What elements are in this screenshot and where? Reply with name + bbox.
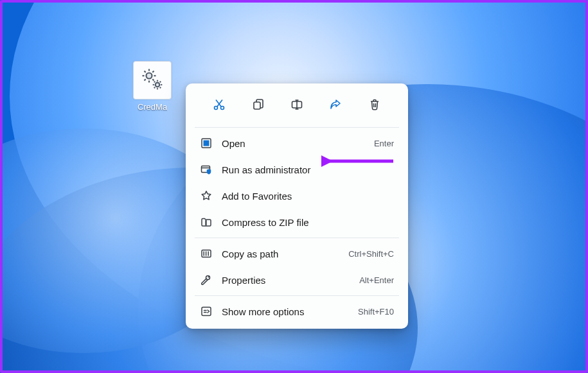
svg-rect-28	[204, 141, 209, 146]
svg-line-8	[152, 71, 154, 73]
menu-divider	[195, 238, 399, 238]
desktop-icon-label: CredMa	[138, 102, 167, 112]
menu-shortcut: Enter	[374, 139, 394, 148]
menu-item-open[interactable]: Open Enter	[191, 130, 403, 156]
share-button[interactable]	[325, 94, 346, 116]
menu-shortcut: Ctrl+Shift+C	[348, 249, 394, 259]
menu-item-properties[interactable]: Properties Alt+Enter	[191, 267, 403, 293]
desktop-icon-credma[interactable]: CredMa	[126, 61, 179, 112]
menu-label: Compress to ZIP file	[222, 217, 385, 228]
menu-label: Add to Favorites	[222, 191, 385, 202]
svg-line-20	[217, 100, 222, 107]
context-menu: Open Enter Run as administrator Add to F…	[186, 83, 408, 329]
menu-label: Properties	[222, 275, 350, 286]
svg-line-14	[154, 82, 155, 82]
svg-line-16	[154, 87, 155, 88]
menu-divider	[195, 127, 399, 128]
zip-folder-icon	[200, 216, 213, 229]
svg-line-17	[160, 82, 161, 82]
copy-icon	[252, 98, 265, 111]
svg-line-39	[208, 276, 209, 277]
rename-button[interactable]	[286, 94, 308, 116]
rename-icon	[290, 98, 303, 111]
menu-item-favorites[interactable]: Add to Favorites	[191, 183, 403, 209]
scissors-icon	[213, 98, 226, 111]
menu-label: Run as administrator	[222, 164, 385, 175]
svg-point-0	[147, 73, 152, 79]
svg-line-6	[152, 79, 154, 80]
copy-path-icon	[200, 247, 213, 260]
menu-item-compress-zip[interactable]: Compress to ZIP file	[191, 209, 403, 235]
menu-shortcut: Alt+Enter	[359, 275, 394, 285]
menu-item-show-more[interactable]: Show more options Shift+F10	[191, 299, 403, 324]
svg-line-15	[160, 87, 161, 88]
desktop-icon-image	[133, 61, 172, 100]
more-options-icon	[200, 305, 213, 318]
delete-button[interactable]	[364, 94, 386, 116]
share-icon	[329, 98, 342, 111]
quick-actions-row	[188, 87, 405, 125]
properties-icon	[200, 273, 213, 286]
menu-shortcut: Shift+F10	[358, 307, 394, 317]
menu-item-copy-path[interactable]: Copy as path Ctrl+Shift+C	[191, 241, 403, 266]
menu-label: Copy as path	[222, 248, 339, 259]
cut-button[interactable]	[208, 94, 230, 116]
svg-line-21	[216, 100, 221, 107]
star-icon	[200, 189, 213, 202]
svg-rect-22	[254, 102, 260, 109]
open-icon	[200, 137, 213, 150]
copy-button[interactable]	[247, 94, 269, 116]
menu-divider	[195, 295, 399, 296]
menu-item-run-as-admin[interactable]: Run as administrator	[191, 157, 403, 182]
shield-admin-icon	[200, 163, 213, 176]
menu-label: Show more options	[222, 306, 349, 317]
svg-line-5	[145, 71, 146, 73]
svg-line-7	[145, 79, 146, 80]
trash-icon	[368, 98, 381, 111]
menu-label: Open	[222, 138, 365, 149]
svg-point-9	[156, 83, 160, 87]
